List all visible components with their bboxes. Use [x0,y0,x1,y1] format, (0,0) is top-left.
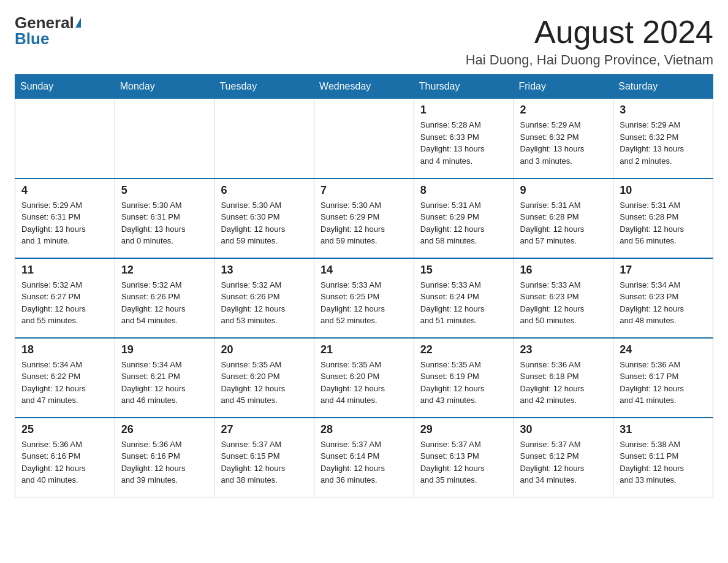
day-number: 29 [420,423,507,436]
day-number: 4 [21,184,108,197]
calendar-cell: 23Sunrise: 5:36 AMSunset: 6:18 PMDayligh… [514,338,613,418]
calendar-cell: 7Sunrise: 5:30 AMSunset: 6:29 PMDaylight… [314,178,414,258]
day-info: Sunrise: 5:37 AMSunset: 6:14 PMDaylight:… [320,439,408,486]
calendar-cell: 12Sunrise: 5:32 AMSunset: 6:26 PMDayligh… [115,258,214,338]
day-info: Sunrise: 5:34 AMSunset: 6:21 PMDaylight:… [121,359,208,407]
calendar-cell: 30Sunrise: 5:37 AMSunset: 6:12 PMDayligh… [514,418,613,497]
calendar-week-5: 25Sunrise: 5:36 AMSunset: 6:16 PMDayligh… [15,418,713,497]
logo-triangle-icon [75,18,81,28]
day-number: 25 [21,423,108,436]
day-info: Sunrise: 5:32 AMSunset: 6:26 PMDaylight:… [221,279,308,327]
calendar-cell: 5Sunrise: 5:30 AMSunset: 6:31 PMDaylight… [115,178,214,258]
day-number: 18 [21,343,108,356]
day-info: Sunrise: 5:35 AMSunset: 6:20 PMDaylight:… [320,359,408,407]
calendar-cell: 15Sunrise: 5:33 AMSunset: 6:24 PMDayligh… [414,258,514,338]
calendar-cell: 4Sunrise: 5:29 AMSunset: 6:31 PMDaylight… [15,178,115,258]
day-info: Sunrise: 5:30 AMSunset: 6:30 PMDaylight:… [221,199,308,247]
day-number: 26 [121,423,208,436]
calendar-cell: 21Sunrise: 5:35 AMSunset: 6:20 PMDayligh… [314,338,414,418]
logo: General Blue [15,15,81,47]
day-info: Sunrise: 5:36 AMSunset: 6:18 PMDaylight:… [520,359,607,407]
location: Hai Duong, Hai Duong Province, Vietnam [466,52,713,68]
calendar-cell: 19Sunrise: 5:34 AMSunset: 6:21 PMDayligh… [115,338,214,418]
day-number: 16 [520,264,607,277]
title-block: August 2024 Hai Duong, Hai Duong Provinc… [466,15,713,68]
day-info: Sunrise: 5:32 AMSunset: 6:26 PMDaylight:… [121,279,208,327]
calendar-cell: 31Sunrise: 5:38 AMSunset: 6:11 PMDayligh… [613,418,713,497]
calendar-cell: 17Sunrise: 5:34 AMSunset: 6:23 PMDayligh… [613,258,713,338]
day-info: Sunrise: 5:36 AMSunset: 6:16 PMDaylight:… [21,439,108,486]
weekday-header-tuesday: Tuesday [214,75,314,99]
calendar-cell: 26Sunrise: 5:36 AMSunset: 6:16 PMDayligh… [115,418,214,497]
day-info: Sunrise: 5:29 AMSunset: 6:32 PMDaylight:… [520,119,607,167]
day-info: Sunrise: 5:28 AMSunset: 6:33 PMDaylight:… [420,119,507,167]
day-number: 14 [320,264,408,277]
calendar-week-2: 4Sunrise: 5:29 AMSunset: 6:31 PMDaylight… [15,178,713,258]
day-info: Sunrise: 5:29 AMSunset: 6:32 PMDaylight:… [620,119,707,167]
day-info: Sunrise: 5:31 AMSunset: 6:29 PMDaylight:… [420,199,507,247]
day-number: 2 [520,104,607,117]
day-number: 28 [320,423,408,436]
weekday-header-monday: Monday [115,75,214,99]
day-number: 19 [121,343,208,356]
day-number: 9 [520,184,607,197]
day-number: 11 [21,264,108,277]
calendar-cell: 22Sunrise: 5:35 AMSunset: 6:19 PMDayligh… [414,338,514,418]
day-number: 27 [221,423,308,436]
day-info: Sunrise: 5:37 AMSunset: 6:15 PMDaylight:… [221,439,308,486]
day-number: 12 [121,264,208,277]
day-number: 22 [420,343,507,356]
day-number: 15 [420,264,507,277]
calendar-cell: 18Sunrise: 5:34 AMSunset: 6:22 PMDayligh… [15,338,115,418]
day-info: Sunrise: 5:29 AMSunset: 6:31 PMDaylight:… [21,199,108,247]
calendar-cell [115,99,214,178]
day-info: Sunrise: 5:35 AMSunset: 6:20 PMDaylight:… [221,359,308,407]
day-info: Sunrise: 5:30 AMSunset: 6:29 PMDaylight:… [320,199,408,247]
logo-general: General [15,15,74,31]
calendar-cell: 11Sunrise: 5:32 AMSunset: 6:27 PMDayligh… [15,258,115,338]
day-info: Sunrise: 5:37 AMSunset: 6:13 PMDaylight:… [420,439,507,486]
day-info: Sunrise: 5:36 AMSunset: 6:16 PMDaylight:… [121,439,208,486]
day-number: 5 [121,184,208,197]
weekday-header-saturday: Saturday [613,75,713,99]
page-header: General Blue August 2024 Hai Duong, Hai … [15,15,713,68]
calendar-week-4: 18Sunrise: 5:34 AMSunset: 6:22 PMDayligh… [15,338,713,418]
day-number: 13 [221,264,308,277]
day-number: 10 [620,184,707,197]
logo-blue: Blue [15,31,49,47]
calendar-cell: 14Sunrise: 5:33 AMSunset: 6:25 PMDayligh… [314,258,414,338]
weekday-header-sunday: Sunday [15,75,115,99]
calendar-cell: 16Sunrise: 5:33 AMSunset: 6:23 PMDayligh… [514,258,613,338]
calendar-week-1: 1Sunrise: 5:28 AMSunset: 6:33 PMDaylight… [15,99,713,178]
calendar-cell: 8Sunrise: 5:31 AMSunset: 6:29 PMDaylight… [414,178,514,258]
calendar-cell: 10Sunrise: 5:31 AMSunset: 6:28 PMDayligh… [613,178,713,258]
day-info: Sunrise: 5:34 AMSunset: 6:22 PMDaylight:… [21,359,108,407]
day-info: Sunrise: 5:34 AMSunset: 6:23 PMDaylight:… [620,279,707,327]
day-number: 30 [520,423,607,436]
day-number: 24 [620,343,707,356]
calendar-cell: 24Sunrise: 5:36 AMSunset: 6:17 PMDayligh… [613,338,713,418]
day-number: 21 [320,343,408,356]
calendar-cell: 9Sunrise: 5:31 AMSunset: 6:28 PMDaylight… [514,178,613,258]
day-info: Sunrise: 5:35 AMSunset: 6:19 PMDaylight:… [420,359,507,407]
day-number: 1 [420,104,507,117]
calendar-cell: 28Sunrise: 5:37 AMSunset: 6:14 PMDayligh… [314,418,414,497]
day-number: 3 [620,104,707,117]
calendar-cell: 29Sunrise: 5:37 AMSunset: 6:13 PMDayligh… [414,418,514,497]
calendar-week-3: 11Sunrise: 5:32 AMSunset: 6:27 PMDayligh… [15,258,713,338]
weekday-header-thursday: Thursday [414,75,514,99]
day-info: Sunrise: 5:31 AMSunset: 6:28 PMDaylight:… [520,199,607,247]
day-info: Sunrise: 5:33 AMSunset: 6:23 PMDaylight:… [520,279,607,327]
calendar-table: SundayMondayTuesdayWednesdayThursdayFrid… [15,74,713,497]
calendar-cell: 3Sunrise: 5:29 AMSunset: 6:32 PMDaylight… [613,99,713,178]
day-number: 8 [420,184,507,197]
day-number: 23 [520,343,607,356]
day-info: Sunrise: 5:30 AMSunset: 6:31 PMDaylight:… [121,199,208,247]
day-info: Sunrise: 5:36 AMSunset: 6:17 PMDaylight:… [620,359,707,407]
day-info: Sunrise: 5:38 AMSunset: 6:11 PMDaylight:… [620,439,707,486]
day-number: 6 [221,184,308,197]
weekday-header-wednesday: Wednesday [314,75,414,99]
day-info: Sunrise: 5:33 AMSunset: 6:25 PMDaylight:… [320,279,408,327]
month-title: August 2024 [466,15,713,50]
calendar-cell: 2Sunrise: 5:29 AMSunset: 6:32 PMDaylight… [514,99,613,178]
